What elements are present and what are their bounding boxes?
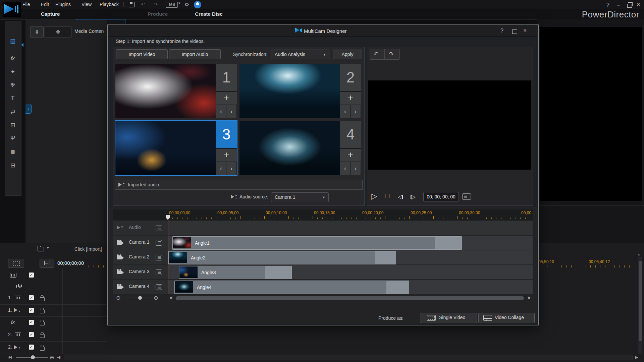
slot3-add-button[interactable]: + — [216, 149, 237, 162]
next-frame-button[interactable]: ▷ — [411, 193, 416, 200]
effect-room-icon[interactable]: fx — [5, 55, 21, 61]
particle-room-icon[interactable]: ❉ — [5, 81, 21, 88]
clip-angle3[interactable]: Angle3 — [179, 266, 292, 279]
redo-icon[interactable]: ↷ — [154, 1, 158, 7]
menu-plugins[interactable]: Plugins — [55, 2, 71, 7]
track-content-camera1[interactable]: Angle1 — [168, 236, 533, 250]
settings-gear-icon[interactable]: ☼ — [184, 0, 190, 8]
track-enable-checkbox[interactable]: ✓ — [29, 332, 34, 337]
clip-angle4[interactable]: Angle4 — [174, 281, 409, 294]
playhead-line[interactable] — [168, 219, 168, 294]
vertical-scrollbar-thumb[interactable] — [639, 261, 642, 341]
timeline-scrollbar-thumb[interactable] — [176, 296, 524, 300]
video-overlay-room-icon[interactable]: ⊡ — [5, 122, 21, 129]
folder-icon[interactable] — [38, 247, 44, 251]
slot2-prev-button[interactable]: ‹ — [340, 105, 350, 118]
vertical-scrollbar[interactable] — [638, 257, 642, 354]
slot4-add-button[interactable]: + — [340, 149, 361, 162]
track-lock-icon[interactable] — [40, 334, 45, 338]
menu-edit[interactable]: Edit — [41, 2, 49, 7]
video-slot-4[interactable]: 4 + ‹ › — [239, 121, 361, 175]
slot2-next-button[interactable]: › — [351, 105, 361, 118]
slot1-next-button[interactable]: › — [226, 105, 236, 118]
preview-timecode[interactable]: 00; 00; 00; 00 — [423, 192, 459, 201]
track-lock-icon[interactable] — [40, 310, 45, 313]
zoom-slider-handle[interactable] — [31, 355, 35, 359]
clip-angle1[interactable]: Angle1 — [172, 236, 462, 250]
tab-produce[interactable]: Produce — [139, 11, 176, 17]
dialog-help-button[interactable]: ? — [500, 28, 503, 34]
undo-icon[interactable]: ↶ — [141, 1, 145, 7]
tab-create-disc[interactable]: Create Disc — [186, 11, 231, 17]
dialog-maximize-button[interactable] — [512, 29, 517, 34]
sync-method-dropdown[interactable]: Audio Analysis ▼ — [271, 50, 329, 59]
transition-room-icon[interactable]: ⇄ — [5, 108, 21, 115]
single-video-button[interactable]: Single Video — [420, 313, 477, 323]
close-app-button[interactable]: × — [637, 1, 640, 8]
video-slot-1[interactable]: 1 + ‹ › — [115, 64, 237, 118]
timeline-zoom-out-icon[interactable]: ⊖ — [116, 295, 120, 301]
audio-mixer-icon[interactable] — [16, 285, 17, 288]
slot4-next-button[interactable]: › — [351, 162, 361, 175]
track-manager-button[interactable] — [40, 259, 54, 268]
track-lock-icon[interactable] — [40, 297, 45, 301]
video-slot-2[interactable]: 2 + ‹ › — [239, 64, 361, 118]
video-collage-button[interactable]: Video Collage — [478, 313, 535, 323]
restore-button[interactable] — [627, 4, 632, 8]
horizontal-scrollbar[interactable] — [64, 355, 633, 360]
timeline-scroll-right-icon[interactable]: ▶ — [528, 295, 531, 300]
menu-playback[interactable]: Playback — [100, 2, 119, 7]
video-slot-3[interactable]: 3 + ‹ › — [115, 121, 237, 175]
zoom-in-icon[interactable]: ⊕ — [50, 354, 54, 361]
range-select-button[interactable] — [8, 259, 24, 268]
stop-button[interactable]: □ — [385, 192, 389, 200]
minimize-button[interactable]: – — [617, 2, 620, 8]
enable-all-checkbox[interactable]: ✓ — [29, 273, 34, 278]
track-lock-icon[interactable] — [40, 347, 45, 351]
track-enable-checkbox[interactable]: ✓ — [29, 345, 34, 350]
track-header-audio[interactable]: Audio — [113, 221, 168, 235]
track-content-camera2[interactable]: Angle2 — [168, 250, 533, 264]
scroll-left-icon[interactable]: ◀ — [57, 355, 60, 360]
track-options-icon[interactable] — [156, 240, 162, 246]
scroll-right-icon[interactable]: ▶ — [635, 355, 638, 360]
timeline-scrollbar[interactable] — [174, 296, 527, 300]
menu-file[interactable]: File — [22, 2, 30, 7]
slot1-add-button[interactable]: + — [216, 92, 237, 105]
plugins-panel-button[interactable]: ❖ — [45, 26, 71, 38]
apply-button[interactable]: Apply — [333, 50, 362, 59]
slot3-prev-button[interactable]: ‹ — [216, 162, 226, 175]
chapter-room-icon[interactable]: ≣ — [5, 148, 21, 156]
aspect-caret-icon[interactable]: ▾ — [178, 1, 180, 5]
track-header-camera2[interactable]: Camera 2 — [113, 250, 168, 264]
track-options-icon[interactable] — [156, 269, 162, 275]
voiceover-room-icon[interactable]: Ψ — [5, 135, 21, 142]
play-button[interactable]: ▷ — [371, 191, 377, 201]
track-enable-checkbox[interactable]: ✓ — [29, 320, 34, 325]
track-content-camera4[interactable]: Angle4 — [168, 280, 533, 294]
aspect-ratio-selector[interactable]: 16:9 — [166, 2, 178, 8]
track-options-icon[interactable] — [156, 255, 162, 260]
track-enable-checkbox[interactable]: ✓ — [29, 308, 34, 313]
audio-source-dropdown[interactable]: Camera 1 ▼ — [271, 192, 329, 202]
slot4-prev-button[interactable]: ‹ — [340, 162, 350, 175]
import-media-button[interactable]: ⇩ — [30, 26, 44, 38]
folder-dropdown-caret[interactable]: ▾ — [47, 246, 49, 250]
dialog-undo-icon[interactable]: ↶ — [374, 51, 378, 58]
track-lock-icon[interactable] — [40, 322, 45, 325]
track-content-audio[interactable] — [168, 221, 533, 235]
clip-angle2[interactable]: Angle2 — [168, 251, 396, 264]
notification-bell-icon[interactable] — [194, 1, 201, 8]
expand-panel-chevron[interactable]: › — [25, 104, 32, 114]
timeline-zoom-handle[interactable] — [138, 296, 142, 300]
tab-capture[interactable]: Capture — [25, 11, 75, 17]
dialog-close-button[interactable]: × — [523, 27, 527, 34]
track-enable-checkbox[interactable]: ✓ — [29, 295, 34, 300]
track-header-camera4[interactable]: Camera 4 — [113, 280, 168, 294]
track-options-icon[interactable] — [156, 284, 162, 290]
import-video-button[interactable]: Import Video — [116, 49, 168, 59]
slot3-next-button[interactable]: › — [226, 162, 236, 175]
subtitle-room-icon[interactable]: ⊟ — [5, 162, 21, 169]
import-audio-button[interactable]: Import Audio — [169, 49, 221, 59]
title-room-icon[interactable]: T — [5, 95, 21, 102]
